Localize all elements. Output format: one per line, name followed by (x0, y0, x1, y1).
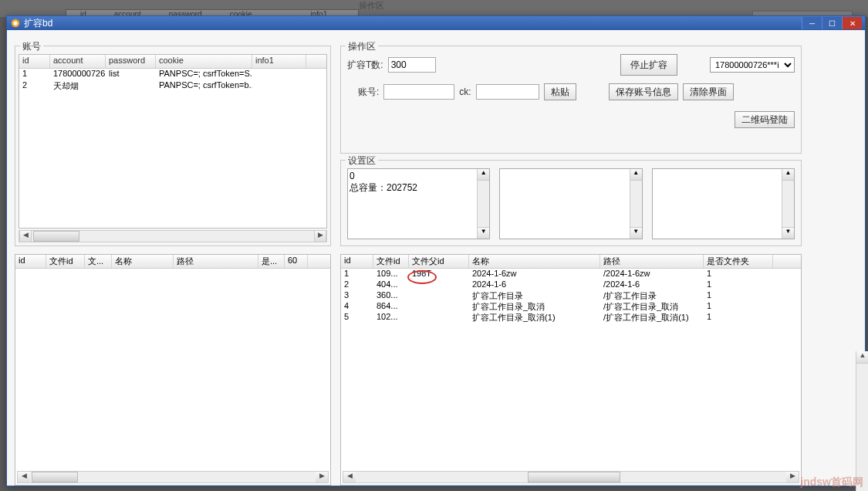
right-files-hscroll[interactable]: ◀ ▶ (343, 471, 799, 483)
scroll-right-icon[interactable]: ▶ (316, 472, 328, 483)
stop-expand-button[interactable]: 停止扩容 (620, 54, 677, 76)
cell: 864... (373, 301, 409, 312)
ops-group: 操作区 扩容T数: 停止扩容 17800000726***i 账号: ck (340, 46, 802, 154)
table-row[interactable]: 2404...2024-1-6/2024-1-61 (341, 279, 801, 290)
table-row[interactable]: 1109...198T2024-1-6zw/2024-1-6zw1 (341, 269, 801, 279)
accounts-hscroll[interactable]: ◀ ▶ (19, 230, 327, 242)
cell (252, 80, 306, 92)
table-row[interactable]: 3360...扩容工作目录/扩容工作目录1 (341, 290, 801, 301)
scroll-up-icon[interactable]: ▲ (856, 351, 868, 364)
accounts-group: 账号 id account password cookie info1 1178… (15, 46, 331, 246)
outer-vscroll[interactable]: ▲ (856, 351, 868, 491)
settings-line2: 总容量：202752 (350, 181, 488, 195)
right-files-header[interactable]: id 文件id 文件父id 名称 路径 是否文件夹 (341, 255, 801, 269)
lcol-path[interactable]: 路径 (174, 255, 258, 268)
cell: 102... (373, 312, 409, 323)
accounts-header[interactable]: id account password cookie info1 (19, 55, 326, 69)
right-files-listview[interactable]: id 文件id 文件父id 名称 路径 是否文件夹 1109...198T202… (340, 254, 802, 486)
cell: 404... (373, 279, 409, 290)
left-files-listview[interactable]: id 文件id 文... 名称 路径 是... 60 ◀ ▶ (15, 254, 331, 486)
minimize-button[interactable]: ─ (802, 17, 822, 29)
window-title: 扩容bd (24, 17, 802, 30)
app-icon (10, 18, 21, 29)
account-combo[interactable]: 17800000726***i (710, 57, 795, 73)
background-dimmed: id account password cookie info1 操作区 (0, 0, 868, 17)
table-row[interactable]: 4864...扩容工作目录_取消/扩容工作目录_取消1 (341, 301, 801, 312)
col-password[interactable]: password (106, 55, 156, 68)
cell (409, 301, 469, 312)
cell: /2024-1-6zw (600, 269, 704, 279)
left-files-header[interactable]: id 文件id 文... 名称 路径 是... 60 (15, 255, 330, 269)
scroll-left-icon[interactable]: ◀ (18, 472, 30, 483)
rcol-id[interactable]: id (341, 255, 373, 268)
rcol-path[interactable]: 路径 (600, 255, 704, 268)
accounts-group-label: 账号 (20, 40, 43, 53)
cell: list (106, 69, 156, 80)
lcol-60[interactable]: 60 (285, 255, 308, 268)
scroll-left-icon[interactable]: ◀ (343, 472, 356, 483)
table-row[interactable]: 5102...扩容工作目录_取消(1)/扩容工作目录_取消(1)1 (341, 312, 801, 323)
clear-ui-button[interactable]: 清除界面 (683, 83, 734, 100)
cell: 2024-1-6 (469, 279, 600, 290)
cell: 1 (704, 269, 773, 279)
vscroll-icon[interactable] (477, 169, 489, 239)
paste-button[interactable]: 粘贴 (544, 83, 576, 100)
lcol-isdir[interactable]: 是... (258, 255, 285, 268)
col-account[interactable]: account (50, 55, 106, 68)
ops-group-label: 操作区 (346, 40, 378, 53)
cell: 扩容工作目录 (469, 290, 600, 301)
qr-login-button[interactable]: 二维码登陆 (735, 111, 795, 128)
svg-point-1 (13, 21, 17, 25)
col-info1[interactable]: info1 (252, 55, 306, 68)
left-files-hscroll[interactable]: ◀ ▶ (17, 471, 329, 483)
cell: 1 (704, 312, 773, 323)
cell: 1 (341, 269, 373, 279)
accounts-listview[interactable]: id account password cookie info1 1178000… (19, 54, 327, 229)
scroll-thumb[interactable] (528, 472, 620, 483)
table-row[interactable]: 2天却烟PANPSC=; csrfToken=b... (19, 80, 326, 92)
right-files-body[interactable]: 1109...198T2024-1-6zw/2024-1-6zw12404...… (341, 269, 801, 323)
cell: 1 (704, 279, 773, 290)
titlebar[interactable]: 扩容bd ─ ☐ ✕ (7, 16, 865, 30)
ck-input[interactable] (476, 84, 539, 100)
close-button[interactable]: ✕ (842, 17, 862, 29)
cell: 1 (704, 290, 773, 301)
t-input[interactable] (388, 57, 436, 73)
vscroll-icon[interactable] (782, 169, 794, 239)
table-row[interactable]: 117800000726listPANPSC=; csrfToken=S... (19, 69, 326, 80)
scroll-track[interactable] (79, 231, 314, 242)
col-id[interactable]: id (19, 55, 50, 68)
cell: 4 (341, 301, 373, 312)
cell (409, 290, 469, 301)
cell: 109... (373, 269, 409, 279)
cell: 3 (341, 290, 373, 301)
acct-input[interactable] (383, 84, 454, 100)
settings-textarea-2[interactable] (499, 168, 642, 239)
main-window: 扩容bd ─ ☐ ✕ 账号 id account password cookie… (6, 15, 866, 486)
cell: 198T (409, 269, 469, 279)
rcol-isdir[interactable]: 是否文件夹 (704, 255, 773, 268)
lcol-name[interactable]: 名称 (112, 255, 174, 268)
cell: /扩容工作目录_取消 (600, 301, 704, 312)
lcol-trunc[interactable]: 文... (85, 255, 112, 268)
scroll-thumb[interactable] (32, 472, 78, 483)
scroll-thumb[interactable] (33, 231, 79, 242)
settings-textarea-3[interactable] (652, 168, 795, 239)
window-content: 账号 id account password cookie info1 1178… (7, 30, 865, 486)
rcol-fileid[interactable]: 文件id (373, 255, 409, 268)
lcol-id[interactable]: id (15, 255, 46, 268)
col-cookie[interactable]: cookie (156, 55, 252, 68)
lcol-fileid[interactable]: 文件id (46, 255, 85, 268)
scroll-right-icon[interactable]: ▶ (786, 472, 799, 483)
scroll-right-icon[interactable]: ▶ (314, 231, 326, 242)
rcol-name[interactable]: 名称 (469, 255, 600, 268)
maximize-button[interactable]: ☐ (822, 17, 842, 29)
scroll-left-icon[interactable]: ◀ (19, 231, 32, 242)
accounts-body[interactable]: 117800000726listPANPSC=; csrfToken=S...2… (19, 69, 326, 92)
rcol-pid[interactable]: 文件父id (409, 255, 469, 268)
settings-textarea-1[interactable]: 0 总容量：202752 (347, 168, 490, 239)
save-account-button[interactable]: 保存账号信息 (609, 83, 678, 100)
vscroll-icon[interactable] (630, 169, 642, 239)
settings-group: 设置区 0 总容量：202752 (340, 160, 802, 246)
cell (106, 80, 156, 92)
